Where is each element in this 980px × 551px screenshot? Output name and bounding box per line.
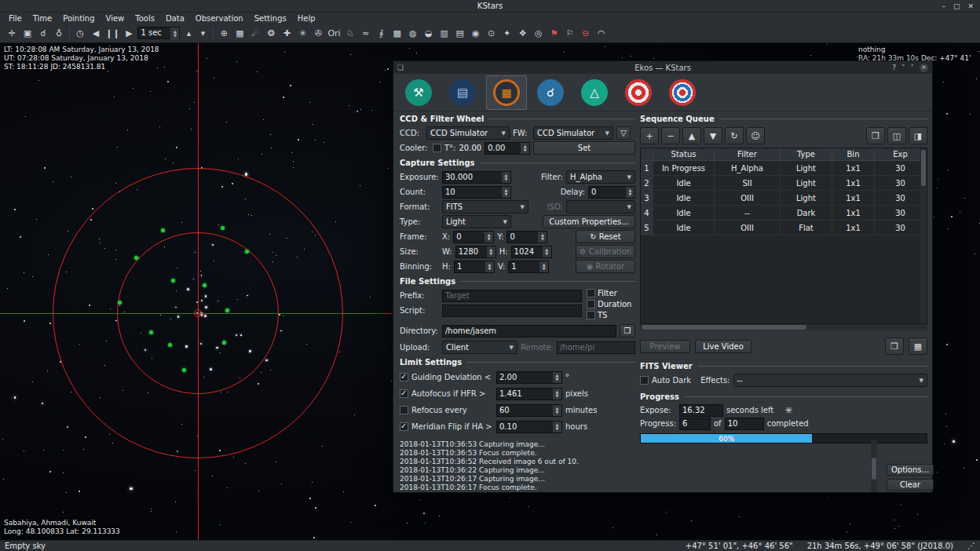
open-sequence-icon[interactable]: ❒: [866, 127, 885, 144]
live-video-button[interactable]: Live Video: [695, 340, 751, 353]
limit-checkbox[interactable]: [400, 373, 408, 381]
window-titlebar[interactable]: KStars – ▢ ✕: [0, 0, 980, 13]
script-input[interactable]: [442, 305, 582, 317]
constellation-art-icon[interactable]: ♘: [343, 27, 357, 41]
browse-folder-icon[interactable]: ❒: [620, 324, 635, 338]
set-time-icon[interactable]: ◷: [73, 27, 87, 41]
time-step-spin-arrows[interactable]: [170, 27, 179, 40]
sequence-row[interactable]: 2 Idle SII Light 1x1 30: [641, 176, 927, 191]
reset-frame-button[interactable]: ↻Reset: [576, 230, 635, 243]
ecliptic-icon[interactable]: ∮: [375, 27, 389, 41]
tab-focus[interactable]: ☌: [530, 75, 571, 110]
stars-icon[interactable]: ✚: [280, 27, 294, 41]
log-messages[interactable]: 2018-01-13T10:36:53 Capturing image...20…: [400, 440, 869, 492]
ccd-combo[interactable]: CCD Simulator▼: [426, 126, 510, 140]
tab-align[interactable]: [662, 75, 703, 110]
duration-suffix-checkbox[interactable]: [587, 300, 595, 308]
constellation-names-icon[interactable]: Ori: [327, 27, 341, 41]
set-temperature-button[interactable]: Set: [533, 141, 635, 155]
time-step-input[interactable]: [137, 27, 180, 41]
ts-suffix-checkbox[interactable]: [587, 311, 595, 319]
deep-sky-objects-icon[interactable]: ❂: [264, 27, 278, 41]
observation-list-icon[interactable]: ▤: [453, 27, 467, 41]
add-job-icon[interactable]: +: [640, 127, 659, 144]
gray-flag-icon[interactable]: ⚐: [563, 27, 577, 41]
sky-overlay-icon[interactable]: ▦: [232, 27, 247, 41]
time-advance-icon[interactable]: ▶: [122, 27, 136, 41]
log-scrollbar[interactable]: [871, 440, 877, 492]
limit-checkbox[interactable]: [400, 389, 408, 398]
maximize-icon[interactable]: ▢: [953, 2, 960, 10]
resize-grip-icon[interactable]: ⋰: [967, 542, 975, 550]
time-step-down-icon[interactable]: ▼: [196, 27, 210, 41]
menu-item[interactable]: Data: [160, 13, 190, 24]
sequence-row[interactable]: 4 Idle -- Dark 1x1 30: [641, 206, 927, 221]
horizon-icon[interactable]: ◒: [422, 27, 436, 41]
move-up-icon[interactable]: ▲: [682, 127, 701, 144]
reset-queue-icon[interactable]: ↻: [725, 127, 744, 144]
filter-suffix-checkbox[interactable]: [587, 289, 595, 297]
whats-interesting-eye-icon[interactable]: ◉: [469, 27, 483, 41]
observer-icon[interactable]: ☺: [746, 127, 765, 144]
time-pause-icon[interactable]: ❙❙: [104, 27, 120, 41]
tab-guide[interactable]: [618, 75, 659, 110]
menu-item[interactable]: Settings: [249, 13, 292, 24]
time-step-up-icon[interactable]: ▲: [181, 27, 196, 41]
fw-combo[interactable]: CCD Simulator▼: [533, 126, 613, 140]
filter-manager-icon[interactable]: ▽: [616, 126, 631, 140]
column-bin[interactable]: Bin: [832, 148, 875, 161]
type-combo[interactable]: Light▼: [442, 215, 511, 228]
geolocation-icon[interactable]: ♁: [52, 27, 66, 41]
upload-combo[interactable]: Client▼: [442, 341, 517, 354]
time-reverse-icon[interactable]: ◀: [89, 27, 103, 41]
filter-combo[interactable]: H_Alpha▼: [566, 170, 635, 184]
column-status[interactable]: Status: [653, 148, 715, 161]
menu-item[interactable]: Observation: [190, 13, 249, 24]
help-icon[interactable]: ?: [892, 64, 896, 71]
sequence-table[interactable]: Status Filter Type Bin Exp 1 In Progress…: [640, 148, 927, 324]
lower-icon[interactable]: ˅: [901, 64, 905, 71]
menu-item[interactable]: Tools: [130, 13, 160, 24]
tab-mount[interactable]: △: [574, 75, 615, 110]
cooler-checkbox[interactable]: [433, 144, 441, 152]
save-sequence-icon[interactable]: ◫: [887, 127, 906, 144]
shade-icon[interactable]: ˄: [911, 64, 915, 71]
sequence-row[interactable]: 3 Idle OIII Light 1x1 30: [641, 191, 927, 206]
splitter-handle[interactable]: ·······: [393, 433, 932, 440]
dome-icon[interactable]: ◠: [594, 27, 609, 41]
menu-item[interactable]: File: [3, 13, 27, 24]
save-sequence-as-icon[interactable]: ◨: [909, 127, 927, 144]
remove-job-icon[interactable]: −: [661, 127, 680, 144]
remove-object-icon[interactable]: ⊖: [579, 27, 593, 41]
tab-scheduler[interactable]: ▤: [442, 75, 483, 110]
fov-symbol-icon[interactable]: ◎: [532, 27, 546, 41]
asteroids-icon[interactable]: ✳: [295, 27, 309, 41]
satellites-icon[interactable]: ✇: [311, 27, 325, 41]
minimize-icon[interactable]: –: [942, 2, 945, 10]
directory-input[interactable]: [442, 325, 616, 338]
preview-grid-icon[interactable]: ▦: [909, 338, 927, 355]
move-down-icon[interactable]: ▼: [704, 127, 722, 144]
prefix-input[interactable]: [442, 290, 582, 302]
menu-item[interactable]: Pointing: [57, 13, 100, 24]
column-type[interactable]: Type: [781, 148, 832, 161]
limit-checkbox[interactable]: [400, 406, 408, 414]
column-filter[interactable]: Filter: [715, 148, 781, 161]
close-icon[interactable]: ✕: [920, 64, 928, 72]
tab-capture[interactable]: ▦: [486, 75, 527, 110]
clear-button[interactable]: Clear: [887, 479, 934, 491]
menu-item[interactable]: Time: [27, 13, 57, 24]
celestial-sphere-icon[interactable]: ⊙: [485, 27, 499, 41]
pointing-icon[interactable]: ✛: [5, 27, 19, 41]
tab-setup[interactable]: ⚒: [398, 75, 439, 110]
milky-way-icon[interactable]: ≈: [359, 27, 373, 41]
find-object-icon[interactable]: ☌: [36, 27, 50, 41]
sky-image-icon[interactable]: ▣: [20, 27, 35, 41]
sky-chart-icon[interactable]: ▥: [437, 27, 452, 41]
equatorial-coords-icon[interactable]: ⊕: [217, 27, 231, 41]
menu-item[interactable]: View: [101, 13, 130, 24]
table-horizontal-scrollbar[interactable]: [640, 324, 927, 330]
color-scheme-icon[interactable]: ❖: [516, 27, 530, 41]
format-combo[interactable]: FITS▼: [442, 200, 528, 213]
preview-single-icon[interactable]: ❐: [885, 338, 904, 355]
